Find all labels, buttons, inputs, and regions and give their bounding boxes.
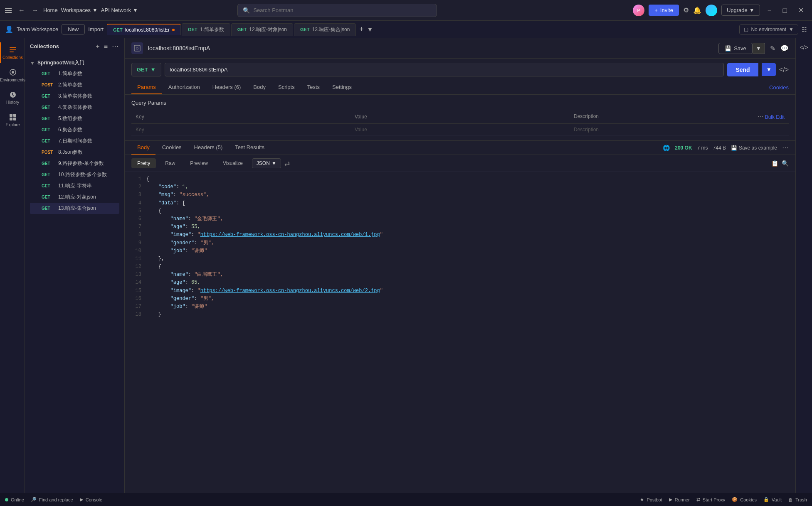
description-input[interactable] xyxy=(574,127,785,133)
postbot-item[interactable]: ★ Postbot xyxy=(640,497,662,502)
resp-tab-body[interactable]: Body xyxy=(131,141,155,155)
api-item-6[interactable]: GET7.日期时间参数 xyxy=(30,135,119,147)
search-bar[interactable]: 🔍 xyxy=(237,4,437,17)
search-input[interactable] xyxy=(253,7,432,13)
code-view[interactable]: 1{2 "code": 1,3 "msg": "success",4 "data… xyxy=(125,172,795,493)
api-item-12[interactable]: GET13.响应-集合json xyxy=(30,203,119,214)
cookies-item[interactable]: 🍪 Cookies xyxy=(732,497,757,502)
copy-button[interactable]: 📋 xyxy=(771,160,778,167)
bulk-edit-button[interactable]: Bulk Edit xyxy=(765,114,785,120)
no-environment-selector[interactable]: ▢ No environment ▼ xyxy=(739,25,798,34)
req-tab-scripts[interactable]: Scripts xyxy=(272,81,301,94)
save-example-button[interactable]: 💾 Save as example xyxy=(731,145,777,151)
start-proxy-item[interactable]: ⇄ Start Proxy xyxy=(696,497,725,502)
more-response-options[interactable]: ⋯ xyxy=(782,144,789,152)
tabs-overflow-button[interactable]: ▼ xyxy=(367,26,373,33)
close-button[interactable]: ✕ xyxy=(795,5,807,16)
req-tab-body[interactable]: Body xyxy=(247,81,271,94)
console-item[interactable]: ▶ Console xyxy=(80,497,102,502)
api-item-5[interactable]: GET6.集合参数 xyxy=(30,124,119,135)
maximize-button[interactable]: ◻ xyxy=(779,5,791,16)
cookies-link[interactable]: Cookies xyxy=(769,84,789,91)
online-status[interactable]: Online xyxy=(5,497,24,502)
sidebar-item-collections[interactable]: Collections xyxy=(0,42,25,63)
tab-3[interactable]: GET 13.响应-集合json xyxy=(294,23,356,36)
req-tab-params[interactable]: Params xyxy=(131,81,162,94)
save-button[interactable]: 💾 Save xyxy=(718,43,753,54)
collection-name[interactable]: ▼ SpringbootWeb入门 xyxy=(30,58,119,68)
params-more-icon[interactable]: ⋯ xyxy=(758,113,763,120)
url-input[interactable] xyxy=(165,63,724,76)
req-tab-authorization[interactable]: Authorization xyxy=(163,81,206,94)
send-button[interactable]: Send xyxy=(727,63,758,76)
trash-item[interactable]: 🗑 Trash xyxy=(788,497,807,502)
sidebar-item-history[interactable]: History xyxy=(0,87,25,108)
runner-item[interactable]: ▶ Runner xyxy=(669,497,690,502)
right-panel-button[interactable]: </> xyxy=(797,42,810,53)
bell-icon[interactable]: 🔔 xyxy=(693,6,701,14)
preview-button[interactable]: Preview xyxy=(184,158,214,168)
api-item-4[interactable]: GET5.数组参数 xyxy=(30,113,119,124)
api-item-1[interactable]: POST2.简单参数 xyxy=(30,79,119,91)
workspaces-menu[interactable]: Workspaces ▼ xyxy=(61,7,98,13)
minimize-button[interactable]: − xyxy=(764,5,775,16)
api-item-3[interactable]: GET4.复杂实体参数 xyxy=(30,102,119,113)
runner-icon: ▶ xyxy=(669,497,672,502)
code-icon[interactable]: </> xyxy=(779,66,789,74)
wrap-lines-button[interactable]: ⇄ xyxy=(284,160,290,167)
upgrade-button[interactable]: Upgrade ▼ xyxy=(721,5,760,16)
globe-icon: 🌐 xyxy=(663,145,670,151)
new-button[interactable]: New xyxy=(62,24,85,34)
hamburger-icon[interactable] xyxy=(5,6,13,15)
raw-button[interactable]: Raw xyxy=(159,158,181,168)
filter-button[interactable]: ≡ xyxy=(103,42,109,51)
more-options-button[interactable]: ⋯ xyxy=(111,42,119,51)
find-replace-item[interactable]: 🔎 Find and replace xyxy=(31,497,73,502)
forward-button[interactable]: → xyxy=(30,5,40,16)
api-item-11[interactable]: GET12.响应-对象json xyxy=(30,192,119,203)
invite-button[interactable]: + Invite xyxy=(649,5,679,16)
json-link[interactable]: https://web-framework.oss-cn-hangzhou.al… xyxy=(200,288,380,294)
resp-tab-test-results[interactable]: Test Results xyxy=(229,141,270,155)
add-collection-button[interactable]: + xyxy=(95,42,100,51)
vault-item[interactable]: 🔒 Vault xyxy=(763,497,782,502)
tab-1[interactable]: GET 1.简单参数 xyxy=(182,23,230,36)
query-params-title: Query Params xyxy=(131,100,789,106)
value-input[interactable] xyxy=(355,127,565,133)
api-item-8[interactable]: GET9.路径参数-单个参数 xyxy=(30,158,119,169)
edit-button[interactable]: ✎ xyxy=(770,44,775,52)
json-link[interactable]: https://web-framework.oss-cn-hangzhou.al… xyxy=(200,232,380,238)
sidebar-item-explore[interactable]: Explore xyxy=(0,110,25,130)
pretty-button[interactable]: Pretty xyxy=(131,158,156,168)
tab-method-3: GET xyxy=(300,27,310,32)
home-link[interactable]: Home xyxy=(43,7,58,13)
import-button[interactable]: Import xyxy=(88,26,104,32)
api-item-9[interactable]: GET10.路径参数-多个参数 xyxy=(30,169,119,180)
api-item-2[interactable]: GET3.简单实体参数 xyxy=(30,91,119,102)
comment-button[interactable]: 💬 xyxy=(780,44,789,52)
visualize-button[interactable]: Visualize xyxy=(217,158,249,168)
api-item-0[interactable]: GET1.简单参数 xyxy=(30,68,119,79)
sidebar-item-environments[interactable]: Environments xyxy=(0,65,25,86)
save-dropdown-button[interactable]: ▼ xyxy=(753,43,765,54)
json-format-selector[interactable]: JSON ▼ xyxy=(252,158,281,168)
req-tab-tests[interactable]: Tests xyxy=(301,81,326,94)
grid-icon[interactable]: ☷ xyxy=(802,26,807,33)
api-item-10[interactable]: GET11.响应-字符串 xyxy=(30,180,119,192)
key-input[interactable] xyxy=(136,127,346,133)
tab-2[interactable]: GET 12.响应-对象json xyxy=(231,23,293,36)
req-tab-headers[interactable]: Headers (6) xyxy=(207,81,247,94)
tab-0[interactable]: GET localhost:8080/listEr xyxy=(107,24,181,35)
resp-tab-headers[interactable]: Headers (5) xyxy=(188,141,229,155)
search-response-button[interactable]: 🔍 xyxy=(782,160,789,167)
resp-tab-cookies[interactable]: Cookies xyxy=(156,141,188,155)
method-selector[interactable]: GET ▼ xyxy=(131,63,161,76)
add-tab-button[interactable]: + xyxy=(357,25,366,34)
settings-icon[interactable]: ⚙ xyxy=(683,6,689,14)
api-network-menu[interactable]: API Network ▼ xyxy=(101,7,138,13)
send-dropdown-button[interactable]: ▼ xyxy=(762,63,776,76)
line-num-18: 18 xyxy=(131,311,141,319)
back-button[interactable]: ← xyxy=(17,5,27,16)
api-item-7[interactable]: POST8.Json参数 xyxy=(30,147,119,158)
req-tab-settings[interactable]: Settings xyxy=(326,81,358,94)
